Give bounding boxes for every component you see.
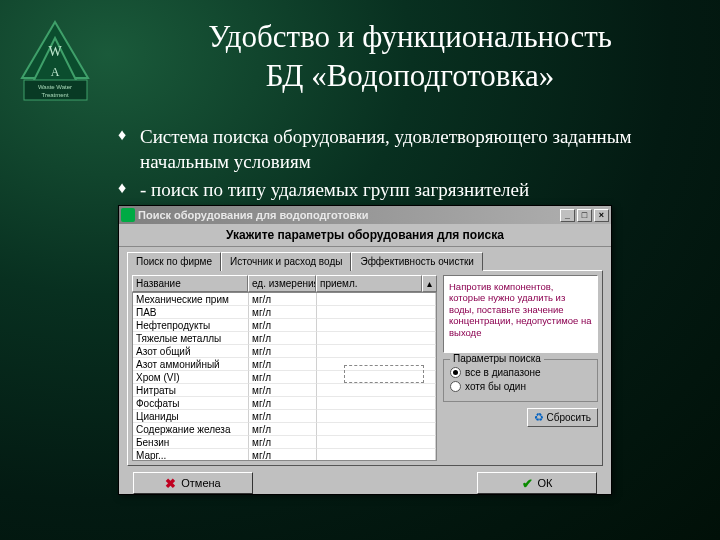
bullet-marker-icon: ♦ [118,178,140,203]
title-line-1: Удобство и функциональность [208,19,612,54]
bullet-item: ♦ - поиск по типу удаляемых групп загряз… [118,178,690,203]
minimize-button[interactable]: _ [560,209,575,222]
cell-value[interactable] [317,319,436,332]
table-row[interactable]: Цианидымг/л [133,410,436,423]
tab-by-firm[interactable]: Поиск по фирме [127,252,221,271]
cell-name: ПАВ [133,306,249,319]
svg-text:Treatment: Treatment [41,92,68,98]
radio-at-least-one[interactable]: хотя бы один [450,381,591,392]
dialog-buttons: ✖ Отмена ✔ ОК [119,472,611,500]
bullet-item: ♦ Система поиска оборудования, удовлетво… [118,125,690,174]
cell-unit: мг/л [249,358,317,371]
slide-title: Удобство и функциональность БД «Водоподг… [120,18,700,96]
edit-cell-focus[interactable] [344,365,424,383]
dialog-subtitle: Укажите параметры оборудования для поиск… [119,224,611,247]
radio-label: все в диапазоне [465,367,541,378]
ok-button[interactable]: ✔ ОК [477,472,597,494]
table-row[interactable]: Азот общиймг/л [133,345,436,358]
cell-name: Хром (VI) [133,371,249,384]
cell-name: Азот аммонийный [133,358,249,371]
table-row[interactable]: Нитратымг/л [133,384,436,397]
bullet-text: Система поиска оборудования, удовлетворя… [140,125,690,174]
cell-name: Бензин [133,436,249,449]
col-value[interactable]: приемл. [316,275,422,292]
cell-value[interactable] [317,332,436,345]
window-titlebar[interactable]: Поиск оборудования для водоподготовки _ … [119,206,611,224]
cancel-button[interactable]: ✖ Отмена [133,472,253,494]
table-row[interactable]: Бензинмг/л [133,436,436,449]
cell-value[interactable] [317,449,436,461]
cell-value[interactable] [317,423,436,436]
bullet-text: - поиск по типу удаляемых групп загрязни… [140,178,529,203]
table-row[interactable]: Нефтепродуктымг/л [133,319,436,332]
app-logo: W A Waste Water Treatment [18,18,93,113]
grid-body[interactable]: Механические приммг/лПАВмг/лНефтепродукт… [132,292,437,461]
tab-source-flow[interactable]: Источник и расход воды [221,252,351,271]
radio-label: хотя бы один [465,381,526,392]
close-button[interactable]: × [594,209,609,222]
cell-name: Азот общий [133,345,249,358]
cell-unit: мг/л [249,345,317,358]
scroll-up-icon[interactable]: ▴ [422,275,437,292]
cell-name: Тяжелые металлы [133,332,249,345]
col-unit[interactable]: ед. измерения [248,275,316,292]
bullet-list: ♦ Система поиска оборудования, удовлетво… [118,125,690,207]
cell-name: Нефтепродукты [133,319,249,332]
reset-label: Сбросить [547,412,591,423]
search-params-group: Параметры поиска все в диапазоне хотя бы… [443,359,598,402]
window-title: Поиск оборудования для водоподготовки [138,209,560,221]
tab-bar: Поиск по фирме Источник и расход воды Эф… [119,247,611,270]
pollutant-grid: Название ед. измерения приемл. ▴ Механич… [132,275,437,461]
cell-name: Механические прим [133,293,249,306]
col-name[interactable]: Название [132,275,248,292]
tab-efficiency[interactable]: Эффективность очистки [351,252,483,271]
cell-unit: мг/л [249,423,317,436]
cell-name: Цианиды [133,410,249,423]
table-row[interactable]: Фосфатымг/л [133,397,436,410]
cell-name: Содержание железа [133,423,249,436]
radio-icon [450,367,461,378]
grid-header: Название ед. измерения приемл. ▴ [132,275,437,292]
cell-unit: мг/л [249,371,317,384]
title-line-2: БД «Водоподготовка» [266,58,555,93]
cell-value[interactable] [317,410,436,423]
svg-text:W: W [48,44,62,59]
cell-value[interactable] [317,345,436,358]
cell-name: Марг... [133,449,249,461]
table-row[interactable]: Содержание железамг/л [133,423,436,436]
close-icon: ✖ [165,476,176,491]
cell-value[interactable] [317,384,436,397]
app-icon [121,208,135,222]
maximize-button[interactable]: □ [577,209,592,222]
side-panel: Напротив компонентов, которые нужно удал… [443,275,598,461]
radio-icon [450,381,461,392]
cell-unit: мг/л [249,436,317,449]
check-icon: ✔ [522,476,533,491]
table-row[interactable]: Механические приммг/л [133,293,436,306]
cell-value[interactable] [317,306,436,319]
cell-unit: мг/л [249,332,317,345]
cell-unit: мг/л [249,319,317,332]
cell-value[interactable] [317,436,436,449]
cell-unit: мг/л [249,384,317,397]
table-row[interactable]: ПАВмг/л [133,306,436,319]
svg-text:A: A [51,65,60,79]
cell-unit: мг/л [249,410,317,423]
cell-value[interactable] [317,397,436,410]
svg-text:Waste Water: Waste Water [38,84,72,90]
bullet-marker-icon: ♦ [118,125,140,174]
table-row[interactable]: Тяжелые металлымг/л [133,332,436,345]
recycle-icon: ♻ [534,411,544,424]
table-row[interactable]: Марг...мг/л [133,449,436,461]
group-title: Параметры поиска [450,353,544,364]
reset-button[interactable]: ♻ Сбросить [527,408,598,427]
cell-unit: мг/л [249,293,317,306]
search-dialog-window: Поиск оборудования для водоподготовки _ … [118,205,612,495]
cell-unit: мг/л [249,397,317,410]
cell-unit: мг/л [249,449,317,461]
cell-unit: мг/л [249,306,317,319]
tab-panel: Название ед. измерения приемл. ▴ Механич… [127,270,603,466]
hint-text: Напротив компонентов, которые нужно удал… [443,275,598,353]
cell-value[interactable] [317,293,436,306]
radio-all-in-range[interactable]: все в диапазоне [450,367,591,378]
